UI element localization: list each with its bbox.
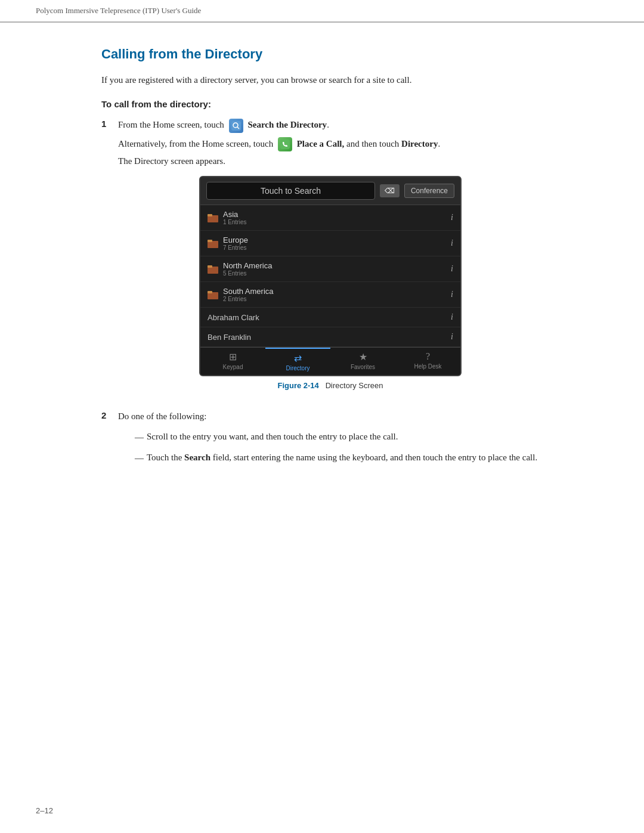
dir-row-europe-content: Europe 7 Entries [223, 236, 451, 251]
dir-row-south-america-content: South America 2 Entries [223, 287, 451, 302]
step-1-text: From the Home screen, touch Search the D… [118, 117, 543, 133]
step-1-text-before: From the Home screen, touch [118, 120, 224, 129]
dir-row-europe-info: i [451, 239, 453, 248]
tab-favorites-label: Favorites [351, 364, 375, 370]
folder-icon-south-america [208, 290, 218, 299]
bullet-dash-1: — [135, 430, 147, 444]
dir-row-europe-sub: 7 Entries [223, 244, 451, 251]
tab-directory-label: Directory [286, 365, 309, 371]
dir-row-ben-franklin[interactable]: Ben Franklin i [200, 327, 460, 347]
dir-row-abraham-clark-info: i [451, 312, 453, 322]
dir-row-europe-name: Europe [223, 236, 451, 244]
header-bar: Polycom Immersive Telepresence (ITP) Use… [0, 0, 644, 23]
tab-helpdesk[interactable]: ? Help Desk [395, 348, 460, 375]
tab-keypad[interactable]: ⊞ Keypad [200, 348, 265, 375]
fig-caption-bold: Figure 2-14 [277, 381, 318, 390]
bullet-text-1: Scroll to the entry you want, and then t… [147, 429, 543, 444]
bullet-list: — Scroll to the entry you want, and then… [135, 429, 543, 465]
dir-row-ben-franklin-name: Ben Franklin [208, 333, 451, 342]
fig-caption-text [321, 381, 323, 390]
directory-icon: ⇄ [294, 352, 302, 364]
tab-favorites[interactable]: ★ Favorites [330, 348, 395, 375]
svg-rect-3 [280, 140, 290, 149]
section-heading: To call from the directory: [101, 99, 543, 109]
favorites-icon: ★ [359, 351, 367, 363]
folder-icon-europe [208, 239, 218, 248]
search-directory-icon [229, 119, 243, 133]
step-1-number: 1 [101, 119, 118, 129]
screen-appears-text: The Directory screen appears. [118, 156, 543, 166]
step-2: 2 Do one of the following: — Scroll to t… [101, 409, 543, 471]
tab-directory[interactable]: ⇄ Directory [265, 348, 330, 375]
place-call-icon [278, 137, 292, 151]
directory-screen: Touch to Search ⌫ Conference [199, 176, 462, 376]
fig-caption-description: Directory Screen [326, 381, 383, 390]
figure-caption: Figure 2-14 Directory Screen [118, 381, 543, 390]
dir-row-asia-name: Asia [223, 210, 451, 219]
svg-rect-7 [208, 240, 212, 242]
dir-row-abraham-clark[interactable]: Abraham Clark i [200, 308, 460, 327]
alt-suffix: and then touch [346, 139, 399, 148]
alt-bold-label: Place a Call, [297, 139, 345, 148]
tab-helpdesk-label: Help Desk [414, 363, 441, 370]
step-2-content: Do one of the following: — Scroll to the… [118, 409, 543, 471]
dir-delete-button[interactable]: ⌫ [380, 184, 400, 197]
step-2-number: 2 [101, 410, 118, 420]
intro-text: If you are registered with a directory s… [101, 73, 543, 87]
step-1-alt-text: Alternatively, from the Home screen, tou… [118, 137, 543, 152]
header-title: Polycom Immersive Telepresence (ITP) Use… [36, 6, 201, 15]
dir-row-south-america-sub: 2 Entries [223, 296, 451, 302]
bullet-item-1: — Scroll to the entry you want, and then… [135, 429, 543, 444]
svg-rect-9 [208, 265, 212, 268]
dir-row-asia-sub: 1 Entries [223, 219, 451, 225]
bullet-text-2: Touch the Search field, start entering t… [147, 450, 543, 465]
bullet-dash-2: — [135, 451, 147, 465]
step-1-bold-label: Search the Directory [247, 120, 327, 129]
dir-row-ben-franklin-info: i [451, 332, 453, 342]
bullet-item-2: — Touch the Search field, start entering… [135, 450, 543, 465]
tab-keypad-label: Keypad [223, 364, 243, 370]
dir-row-north-america[interactable]: North America 5 Entries i [200, 256, 460, 282]
dir-row-ben-franklin-content: Ben Franklin [208, 333, 451, 342]
dir-row-north-america-name: North America [223, 261, 451, 270]
keypad-icon: ⊞ [229, 351, 237, 363]
svg-rect-11 [208, 291, 212, 293]
svg-rect-5 [208, 214, 212, 216]
dir-row-south-america[interactable]: South America 2 Entries i [200, 282, 460, 308]
dir-row-south-america-name: South America [223, 287, 451, 296]
page-title: Calling from the Directory [101, 47, 543, 62]
dir-list: Asia 1 Entries i [200, 205, 460, 347]
folder-icon-north-america [208, 264, 218, 274]
directory-screen-container: Touch to Search ⌫ Conference [118, 176, 543, 376]
dir-conference-button[interactable]: Conference [404, 184, 454, 198]
page-number: 2–12 [36, 806, 53, 815]
page-footer: 2–12 [36, 806, 53, 815]
dir-row-asia-info: i [451, 213, 453, 222]
dir-search-bar: Touch to Search ⌫ Conference [200, 177, 460, 205]
dir-search-input[interactable]: Touch to Search [206, 182, 375, 200]
dir-row-asia-content: Asia 1 Entries [223, 210, 451, 225]
alt-prefix: Alternatively, from the Home screen, tou… [118, 139, 273, 148]
alt-directory-bold: Directory [401, 139, 438, 148]
dir-row-north-america-info: i [451, 264, 453, 274]
dir-row-north-america-content: North America 5 Entries [223, 261, 451, 277]
dir-row-north-america-sub: 5 Entries [223, 270, 451, 277]
helpdesk-icon: ? [426, 351, 430, 362]
dir-row-europe[interactable]: Europe 7 Entries i [200, 231, 460, 256]
step-1: 1 From the Home screen, touch Search the… [101, 117, 543, 402]
step-1-content: From the Home screen, touch Search the D… [118, 117, 543, 402]
dir-tab-bar: ⊞ Keypad ⇄ Directory ★ Favorites ? [200, 347, 460, 375]
dir-row-asia[interactable]: Asia 1 Entries i [200, 205, 460, 231]
folder-icon-asia [208, 213, 218, 222]
bullet-text-after: field, start entering the name using the… [213, 453, 537, 462]
dir-row-abraham-clark-content: Abraham Clark [208, 313, 451, 322]
dir-row-south-america-info: i [451, 290, 453, 299]
dir-row-abraham-clark-name: Abraham Clark [208, 313, 451, 322]
step-2-text: Do one of the following: [118, 409, 543, 423]
main-content: Calling from the Directory If you are re… [66, 23, 578, 514]
bullet-text-before: Touch the [147, 453, 182, 462]
bullet-bold: Search [184, 453, 210, 462]
